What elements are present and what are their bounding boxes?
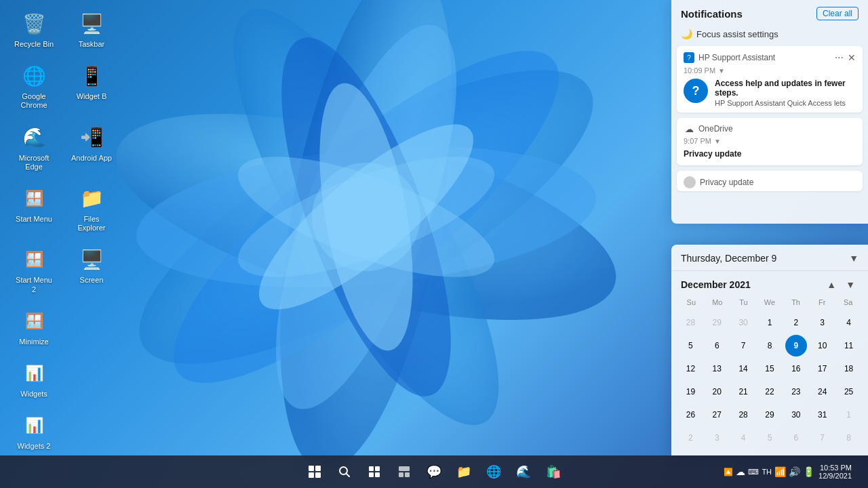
- calendar-day-29[interactable]: 29: [759, 404, 781, 426]
- calendar-days: 2829301234567891011121314151617181920212…: [678, 312, 861, 449]
- wifi-icon[interactable]: 📶: [774, 466, 786, 477]
- calendar-day-17[interactable]: 17: [812, 358, 833, 380]
- calendar-grid: Su Mo Tu We Th Fr Sa 2829301234567891011…: [671, 296, 868, 449]
- calendar-day-30[interactable]: 30: [785, 404, 807, 426]
- calendar-day-24[interactable]: 24: [812, 381, 833, 403]
- calendar-day-12[interactable]: 12: [679, 358, 701, 380]
- calendar-day-8[interactable]: 8: [759, 335, 781, 357]
- language-icon[interactable]: TH: [762, 468, 772, 476]
- ime-icon[interactable]: ⌨: [748, 468, 759, 476]
- hp-more-button[interactable]: ···: [835, 52, 844, 64]
- battery-icon[interactable]: 🔋: [803, 466, 814, 477]
- calendar-day-18[interactable]: 18: [838, 358, 860, 380]
- calendar-day-28[interactable]: 28: [732, 404, 754, 426]
- calendar-day-8[interactable]: 8: [838, 427, 860, 449]
- calendar-day-28[interactable]: 28: [679, 312, 701, 333]
- calendar-day-10[interactable]: 10: [812, 335, 833, 357]
- calendar-day-31[interactable]: 31: [812, 404, 833, 426]
- calendar-day-5[interactable]: 5: [759, 427, 781, 449]
- calendar-day-1[interactable]: 1: [759, 312, 781, 333]
- calendar-day-3[interactable]: 3: [706, 427, 728, 449]
- file-explorer-button[interactable]: 📁: [450, 458, 477, 485]
- widget-b-icon[interactable]: 📱 Widget B: [68, 59, 115, 113]
- calendar-day-20[interactable]: 20: [706, 381, 728, 403]
- svg-rect-26: [399, 472, 403, 477]
- calendar-day-14[interactable]: 14: [732, 358, 754, 380]
- calendar-next-button[interactable]: ▼: [842, 278, 859, 291]
- calendar-day-4[interactable]: 4: [732, 427, 754, 449]
- calendar-day-16[interactable]: 16: [785, 358, 807, 380]
- chat-button[interactable]: 💬: [420, 458, 448, 485]
- calendar-day-29[interactable]: 29: [706, 312, 728, 333]
- clock-display[interactable]: 10:53 PM 12/9/2021: [818, 464, 852, 480]
- search-button[interactable]: [331, 458, 358, 485]
- edge-tb-button[interactable]: 🌊: [510, 458, 537, 485]
- calendar-collapse-chevron[interactable]: ▼: [849, 253, 859, 264]
- calendar-day-11[interactable]: 11: [838, 335, 860, 357]
- widgets-2-icon[interactable]: 📊 Widgets 2: [10, 409, 58, 454]
- onedrive-notification[interactable]: ☁ OneDrive 9:07 PM ▼ Privacy update: [677, 118, 863, 165]
- tray-chevron-icon[interactable]: 🔼: [724, 468, 733, 476]
- calendar-day-30[interactable]: 30: [732, 312, 754, 333]
- hp-notification[interactable]: ? HP Support Assistant ··· ✕ 10:09 PM ▼ …: [677, 46, 863, 113]
- hp-content: ? Access help and updates in fewer steps…: [684, 79, 856, 107]
- calendar-day-5[interactable]: 5: [679, 335, 701, 357]
- onedrive-app-icon: ☁: [684, 123, 694, 134]
- clear-all-button[interactable]: Clear all: [816, 7, 859, 20]
- android-app-image: 📲: [78, 124, 105, 151]
- calendar-day-2[interactable]: 2: [785, 312, 807, 333]
- calendar-day-25[interactable]: 25: [838, 381, 860, 403]
- calendar-day-26[interactable]: 26: [679, 404, 701, 426]
- onedrive-tray-icon[interactable]: ☁: [736, 466, 745, 477]
- hp-app-header: ? HP Support Assistant ··· ✕: [684, 52, 856, 64]
- widgets-tb-button[interactable]: [391, 458, 418, 485]
- task-view-button[interactable]: [361, 458, 388, 485]
- calendar-day-19[interactable]: 19: [679, 381, 701, 403]
- widgets-label: Widgets: [20, 390, 47, 399]
- weekday-fr: Fr: [809, 296, 835, 309]
- calendar-day-13[interactable]: 13: [706, 358, 728, 380]
- minimize-icon[interactable]: 🪟 Minimize: [10, 304, 58, 350]
- focus-assist-row[interactable]: 🌙 Focus assist settings: [671, 26, 868, 46]
- calendar-day-1[interactable]: 1: [838, 404, 860, 426]
- recycle-bin-icon[interactable]: 🗑️ Recycle Bin: [10, 7, 58, 52]
- volume-icon[interactable]: 🔊: [789, 466, 800, 477]
- taskbar-icon-desktop[interactable]: 🖥️ Taskbar: [68, 7, 115, 52]
- widgets-icon[interactable]: 📊 Widgets: [10, 357, 58, 402]
- taskbar-center-icons: 💬 📁 🌐 🌊 🛍️: [301, 458, 567, 485]
- calendar-day-22[interactable]: 22: [759, 381, 781, 403]
- files-explorer-icon[interactable]: 📁 Files Explorer: [68, 182, 115, 236]
- privacy-notification[interactable]: Privacy update: [677, 171, 863, 191]
- calendar-day-7[interactable]: 7: [812, 427, 833, 449]
- chrome-icon-desktop[interactable]: 🌐 Google Chrome: [10, 59, 58, 113]
- calendar-weekdays: Su Mo Tu We Th Fr Sa: [678, 296, 861, 309]
- hp-close-button[interactable]: ✕: [848, 52, 856, 63]
- files-explorer-image: 📁: [78, 185, 105, 212]
- calendar-day-27[interactable]: 27: [706, 404, 728, 426]
- screen-icon[interactable]: 🖥️ Screen: [68, 243, 115, 297]
- calendar-prev-button[interactable]: ▲: [823, 278, 840, 291]
- edge-icon-desktop[interactable]: 🌊 Microsoft Edge: [10, 121, 58, 175]
- chrome-tb-button[interactable]: 🌐: [480, 458, 507, 485]
- onedrive-app-name-row: ☁ OneDrive: [684, 123, 733, 134]
- onedrive-expand-chevron[interactable]: ▼: [714, 138, 721, 145]
- svg-rect-24: [375, 472, 380, 477]
- calendar-day-2[interactable]: 2: [679, 427, 701, 449]
- start-menu-icon[interactable]: 🪟 Start Menu: [10, 182, 58, 236]
- calendar-day-3[interactable]: 3: [812, 312, 833, 333]
- start-button[interactable]: [301, 458, 328, 485]
- start-menu-2-icon[interactable]: 🪟 Start Menu 2: [10, 243, 58, 297]
- hp-expand-chevron[interactable]: ▼: [718, 67, 725, 75]
- calendar-day-4[interactable]: 4: [838, 312, 860, 333]
- android-app-icon[interactable]: 📲 Android App: [68, 121, 115, 175]
- calendar-day-23[interactable]: 23: [785, 381, 807, 403]
- store-button[interactable]: 🛍️: [540, 458, 567, 485]
- calendar-day-9[interactable]: 9: [785, 335, 807, 357]
- calendar-day-21[interactable]: 21: [732, 381, 754, 403]
- calendar-day-7[interactable]: 7: [732, 335, 754, 357]
- calendar-day-6[interactable]: 6: [785, 427, 807, 449]
- svg-rect-17: [309, 472, 314, 478]
- calendar-day-6[interactable]: 6: [706, 335, 728, 357]
- calendar-day-15[interactable]: 15: [759, 358, 781, 380]
- onedrive-time: 9:07 PM: [684, 137, 711, 145]
